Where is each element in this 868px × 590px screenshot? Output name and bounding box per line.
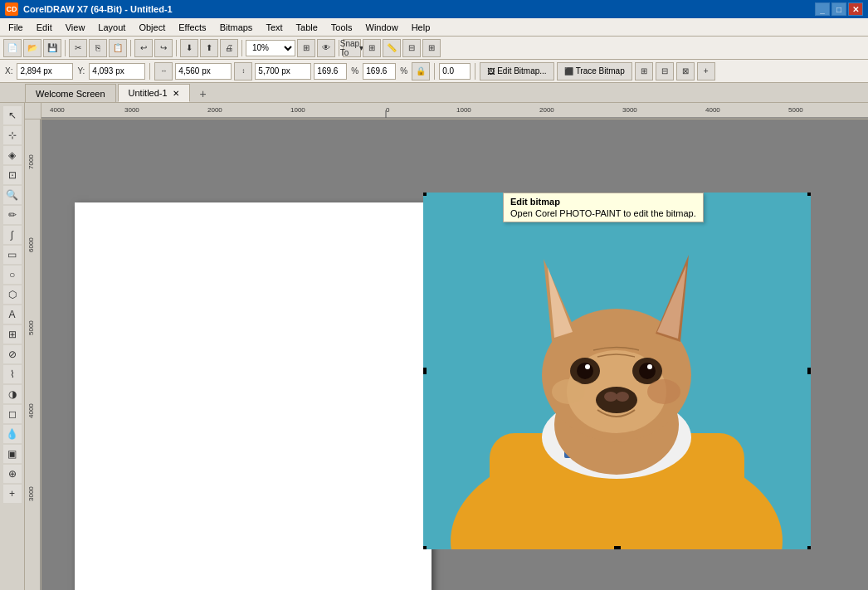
tool-connector[interactable]: ⌇ <box>3 365 22 383</box>
grid-btn[interactable]: ⊞ <box>363 39 381 57</box>
tool-table[interactable]: ⊞ <box>3 325 22 344</box>
ruler-btn[interactable]: 📏 <box>383 39 401 57</box>
width-input[interactable] <box>175 63 232 80</box>
handle-mr[interactable] <box>807 368 811 374</box>
handle-tr[interactable] <box>807 193 811 196</box>
tool-interactive[interactable]: + <box>3 485 22 503</box>
tool-shape[interactable]: ◈ <box>3 146 22 164</box>
new-btn[interactable]: 📄 <box>3 39 22 57</box>
maximize-btn[interactable]: □ <box>831 2 846 16</box>
tool-transparency[interactable]: ◻ <box>3 405 22 423</box>
snap-to-btn[interactable]: Snap To▾ <box>343 39 361 57</box>
save-btn[interactable]: 💾 <box>43 39 61 57</box>
zoom-select[interactable]: 10% <box>246 40 295 56</box>
svg-text:4000: 4000 <box>50 106 65 114</box>
pct-w-sign: % <box>349 66 360 76</box>
import-btn[interactable]: ⬇ <box>180 39 198 57</box>
redo-btn[interactable]: ↪ <box>154 39 173 57</box>
svg-text:4000: 4000 <box>27 403 35 418</box>
option1-btn[interactable]: ⊟ <box>402 39 421 57</box>
y-label: Y: <box>76 66 86 76</box>
menu-item-table[interactable]: Table <box>290 18 324 36</box>
sep3 <box>176 40 177 56</box>
angle-input[interactable] <box>439 63 471 80</box>
left-toolbar: ↖⊹◈⊡🔍✏∫▭○⬡A⊞⊘⌇◑◻💧▣⊕+ <box>0 103 25 590</box>
ruler-corner <box>25 103 41 119</box>
bitmap-opt2[interactable]: ⊟ <box>656 62 674 80</box>
handle-tl[interactable] <box>423 193 427 196</box>
tool-select[interactable]: ↖ <box>3 106 22 124</box>
menu-item-text[interactable]: Text <box>259 18 289 36</box>
lock-ratio-btn[interactable]: 🔒 <box>412 62 430 80</box>
tool-artpen[interactable]: ∫ <box>3 226 22 244</box>
bitmap-opt3[interactable]: ⊠ <box>676 62 695 80</box>
svg-text:1000: 1000 <box>290 106 305 114</box>
close-btn[interactable]: ✕ <box>848 2 863 16</box>
sep4 <box>241 40 242 56</box>
sep1 <box>65 40 66 56</box>
option2-btn[interactable]: ⊞ <box>422 39 441 57</box>
tool-zoom[interactable]: 🔍 <box>3 186 22 204</box>
handle-bl[interactable] <box>423 546 427 549</box>
undo-btn[interactable]: ↩ <box>134 39 153 57</box>
svg-point-43 <box>647 379 680 404</box>
canvas-area[interactable]: 4000 3000 2000 1000 0 1000 2000 3000 400… <box>25 103 868 590</box>
menu-item-tools[interactable]: Tools <box>324 18 359 36</box>
handle-bm[interactable] <box>614 546 621 549</box>
menu-item-edit[interactable]: Edit <box>30 18 59 36</box>
tool-outline[interactable]: ⊕ <box>3 465 22 483</box>
menu-item-help[interactable]: Help <box>405 18 437 36</box>
tab-close-icon[interactable]: ✕ <box>173 89 179 98</box>
copy-btn[interactable]: ⎘ <box>89 39 107 57</box>
tool-ellipse[interactable]: ○ <box>3 266 22 284</box>
tab-add-btn[interactable]: + <box>195 85 212 102</box>
edit-bitmap-btn[interactable]: 🖼 Edit Bitmap... <box>480 62 553 80</box>
sep2 <box>130 40 131 56</box>
export-btn[interactable]: ⬆ <box>200 39 218 57</box>
height-input[interactable] <box>255 63 311 80</box>
print-btn[interactable]: 🖨 <box>220 39 238 57</box>
trace-bitmap-btn[interactable]: ⬛ Trace Bitmap <box>557 62 632 80</box>
view-btn[interactable]: 👁 <box>317 39 335 57</box>
pct-w-input[interactable] <box>314 63 347 80</box>
menu-item-window[interactable]: Window <box>359 18 405 36</box>
tool-pick[interactable]: ⊹ <box>3 126 22 144</box>
tool-eyedropper[interactable]: 💧 <box>3 425 22 443</box>
bitmap-opt1[interactable]: ⊞ <box>635 62 653 80</box>
svg-point-37 <box>639 363 656 379</box>
zoom-full-btn[interactable]: ⊞ <box>297 39 315 57</box>
menu-item-layout[interactable]: Layout <box>91 18 132 36</box>
tool-text[interactable]: A <box>3 305 22 324</box>
cut-btn[interactable]: ✂ <box>69 39 87 57</box>
svg-point-34 <box>577 363 593 379</box>
paste-btn[interactable]: 📋 <box>109 39 127 57</box>
minimize-btn[interactable]: _ <box>815 2 830 16</box>
svg-point-38 <box>647 364 652 369</box>
tool-parallel[interactable]: ⊘ <box>3 345 22 363</box>
tab-welcome[interactable]: Welcome Screen <box>25 84 116 102</box>
bitmap-opt4[interactable]: + <box>697 62 715 80</box>
tab-document[interactable]: Untitled-1 ✕ <box>118 84 190 102</box>
menu-item-effects[interactable]: Effects <box>172 18 212 36</box>
tool-crop[interactable]: ⊡ <box>3 166 22 184</box>
tool-rectangle[interactable]: ▭ <box>3 246 22 264</box>
pct-h-input[interactable] <box>363 63 396 80</box>
dog-image-container[interactable] <box>423 193 811 549</box>
menu-item-file[interactable]: File <box>2 18 30 36</box>
tool-fill[interactable]: ▣ <box>3 445 22 463</box>
tabs-bar: Welcome Screen Untitled-1 ✕ + <box>0 83 868 103</box>
tool-polygon[interactable]: ⬡ <box>3 285 22 304</box>
svg-text:3000: 3000 <box>27 486 35 501</box>
open-btn[interactable]: 📂 <box>23 39 41 57</box>
x-input[interactable] <box>17 63 73 80</box>
menu-item-bitmaps[interactable]: Bitmaps <box>213 18 260 36</box>
handle-ml[interactable] <box>423 368 427 374</box>
y-input[interactable] <box>89 63 145 80</box>
ruler-left: 7000 6000 5000 4000 3000 <box>25 119 41 590</box>
handle-br[interactable] <box>807 546 811 549</box>
svg-point-42 <box>552 379 585 404</box>
tool-freehand[interactable]: ✏ <box>3 206 22 224</box>
menu-item-object[interactable]: Object <box>132 18 172 36</box>
tool-blend[interactable]: ◑ <box>3 385 22 403</box>
menu-item-view[interactable]: View <box>59 18 92 36</box>
